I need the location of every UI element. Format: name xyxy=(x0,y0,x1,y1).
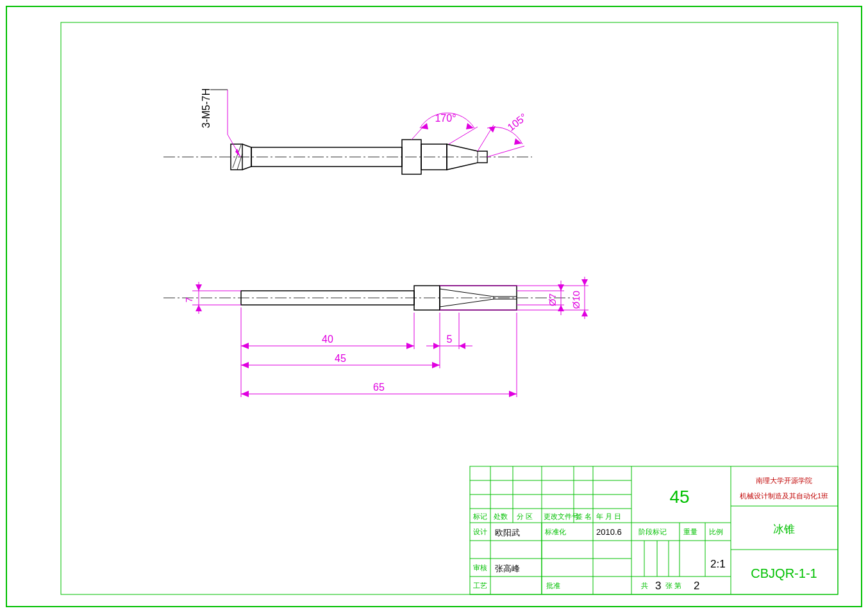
svg-text:2: 2 xyxy=(694,580,699,592)
svg-text:阶段标记: 阶段标记 xyxy=(638,528,667,535)
svg-marker-40 xyxy=(581,310,588,316)
department: 机械设计制造及其自动化1班 xyxy=(740,492,828,500)
svg-text:共: 共 xyxy=(641,582,648,589)
svg-text:张 第: 张 第 xyxy=(665,582,681,589)
dim-d7-right: Ø7 xyxy=(547,293,558,306)
drawing-canvas: 3-M5-7H 170° 105° 7 xyxy=(0,0,868,613)
svg-rect-0 xyxy=(6,6,862,607)
svg-text:重量: 重量 xyxy=(683,528,697,535)
reviewer-name: 张高峰 xyxy=(495,564,520,573)
svg-text:设计: 设计 xyxy=(473,528,487,535)
dim-65: 65 xyxy=(373,382,385,393)
material: 45 xyxy=(669,487,689,507)
svg-text:更改文件号: 更改文件号 xyxy=(544,512,579,520)
svg-line-13 xyxy=(449,127,478,144)
svg-line-12 xyxy=(412,127,423,140)
dim-d10: Ø10 xyxy=(571,291,581,309)
svg-marker-29 xyxy=(196,284,202,291)
svg-text:年 月 日: 年 月 日 xyxy=(596,512,621,520)
svg-marker-48 xyxy=(406,343,414,349)
svg-marker-59 xyxy=(509,391,517,397)
drawing-number: CBJQR-1-1 xyxy=(751,566,817,580)
svg-text:工艺: 工艺 xyxy=(473,582,487,589)
dim-40: 40 xyxy=(322,334,333,345)
dim-d7-left: 7 xyxy=(183,297,194,302)
title-block: 标记 处数 分 区 更改文件号 签 名 年 月 日 设计 欧阳武 标准化 201… xyxy=(470,466,838,594)
scale-value: 2:1 xyxy=(710,558,726,570)
svg-marker-55 xyxy=(241,362,249,368)
part-name: 冰锥 xyxy=(773,523,795,535)
top-view: 3-M5-7H 170° 105° xyxy=(163,88,532,174)
designer-name: 欧阳武 xyxy=(495,528,520,537)
design-date: 2010.6 xyxy=(596,527,622,537)
angle-170: 170° xyxy=(435,113,456,124)
svg-text:审核: 审核 xyxy=(473,564,487,571)
dim-45: 45 xyxy=(335,353,346,364)
svg-rect-1 xyxy=(61,22,838,594)
svg-text:分 区: 分 区 xyxy=(517,512,533,520)
svg-text:批准: 批准 xyxy=(546,582,560,589)
svg-marker-30 xyxy=(196,305,202,311)
svg-marker-47 xyxy=(241,343,249,349)
dim-5: 5 xyxy=(447,334,453,345)
front-view: 7 Ø7 Ø10 40 5 xyxy=(163,277,588,397)
svg-marker-56 xyxy=(432,362,440,368)
svg-text:3: 3 xyxy=(655,580,661,592)
callout-thread: 3-M5-7H xyxy=(201,88,212,128)
svg-text:比例: 比例 xyxy=(709,528,723,535)
svg-line-17 xyxy=(487,146,524,157)
svg-text:签 名: 签 名 xyxy=(576,512,592,520)
svg-marker-39 xyxy=(581,279,588,286)
svg-text:标准化: 标准化 xyxy=(544,528,566,535)
school: 南理大学开源学院 xyxy=(756,477,812,484)
svg-text:标记: 标记 xyxy=(472,512,487,520)
svg-marker-58 xyxy=(241,391,249,397)
svg-marker-15 xyxy=(466,123,474,129)
angle-105: 105° xyxy=(505,111,529,133)
svg-text:处数: 处数 xyxy=(494,512,508,520)
